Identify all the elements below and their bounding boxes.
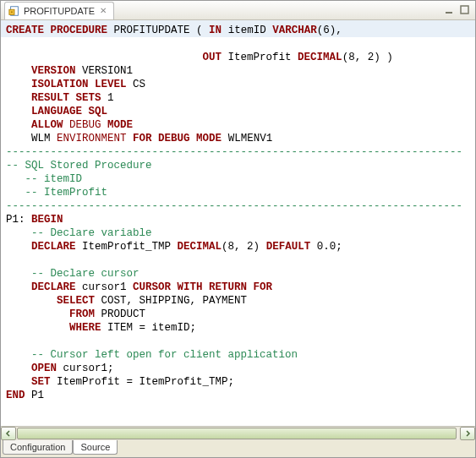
svg-rect-3: [446, 12, 452, 14]
close-icon[interactable]: ✕: [100, 6, 107, 15]
scroll-track[interactable]: [17, 428, 459, 439]
svg-rect-4: [461, 6, 468, 14]
title-bar: PROFITUPDATE ✕: [1, 1, 475, 20]
sql-proc-icon: [8, 5, 20, 17]
editor-panel: PROFITUPDATE ✕ CREATE PROCEDURE PROFITUP…: [0, 0, 476, 458]
code-content: CREATE PROCEDURE PROFITUPDATE ( IN itemI…: [1, 20, 475, 406]
scroll-left-button[interactable]: [1, 427, 16, 440]
minimize-icon[interactable]: [443, 3, 457, 17]
svg-point-2: [11, 11, 13, 13]
horizontal-scrollbar[interactable]: [1, 426, 475, 440]
maximize-icon[interactable]: [458, 3, 472, 17]
tab-title: PROFITUPDATE: [24, 6, 95, 16]
code-editor[interactable]: CREATE PROCEDURE PROFITUPDATE ( IN itemI…: [1, 20, 475, 426]
editor-tab[interactable]: PROFITUPDATE ✕: [4, 2, 114, 19]
tab-source[interactable]: Source: [73, 440, 118, 455]
scroll-right-button[interactable]: [460, 427, 475, 440]
tab-configuration[interactable]: Configuration: [3, 440, 73, 455]
bottom-tab-bar: Configuration Source: [1, 440, 475, 457]
scroll-thumb[interactable]: [17, 428, 457, 439]
